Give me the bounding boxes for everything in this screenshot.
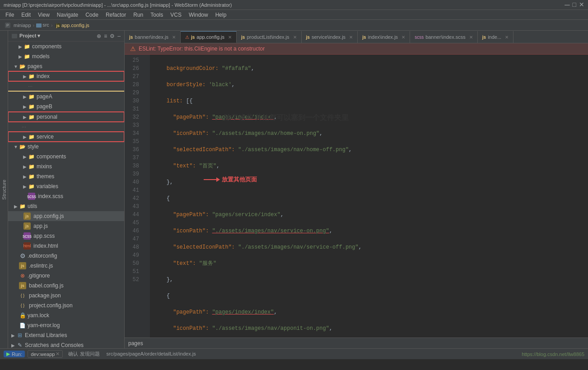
tree-item-index-html[interactable]: html index.html xyxy=(8,241,124,251)
tree-item-service[interactable]: ▶ 📁 service xyxy=(8,132,124,142)
tree-item-yarn-error[interactable]: 📄 yarn-error.log xyxy=(8,320,124,330)
menu-code[interactable]: Code xyxy=(82,11,102,19)
label-style-components: components xyxy=(37,153,66,160)
tab-js-icon-7: js xyxy=(482,35,486,40)
tree-item-style-components[interactable]: ▶ 📁 components xyxy=(8,152,124,162)
menu-view[interactable]: View xyxy=(34,11,53,19)
tree-item-style-index-scss[interactable]: scss index.scss xyxy=(8,191,124,201)
status-left: ▶ Run: dev:weapp ✕ xyxy=(4,350,63,358)
code-content[interactable]: backgroundColor: "#fafafa", borderStyle:… xyxy=(150,55,588,338)
tree-item-app-scss[interactable]: scss app.scss xyxy=(8,231,124,241)
label-yarn-lock: yarn.lock xyxy=(28,312,49,319)
json-icon-package: { } xyxy=(19,292,26,299)
tree-item-babel-config[interactable]: js babel.config.js xyxy=(8,281,124,291)
tree-item-yarn-lock[interactable]: 🔒 yarn.lock xyxy=(8,310,124,320)
tab-close-5[interactable]: ✕ xyxy=(401,35,405,40)
tab-productlist-index-js[interactable]: js productList\index.js ✕ xyxy=(237,31,302,43)
arrow-pageA: ▶ xyxy=(22,94,28,99)
sidebar-actions: ⊕ ≡ ⚙ – xyxy=(97,33,121,39)
code-editor[interactable]: 2526272829 3031323334 3536373839 4041424… xyxy=(125,55,588,338)
tab-label-6: banner\index.scss xyxy=(425,34,466,40)
tree-item-pageA[interactable]: ▶ 📁 pageA xyxy=(8,92,124,102)
status-confirm-text: 确认 发现问题 xyxy=(68,351,99,356)
tree-item-project-config-json[interactable]: { } project.config.json xyxy=(8,301,124,310)
minimize-btn[interactable]: ─ xyxy=(565,1,569,9)
tab-close-3[interactable]: ✕ xyxy=(293,35,297,40)
menu-tools[interactable]: Tools xyxy=(147,11,167,19)
tree-item-style-themes[interactable]: ▶ 📁 themes xyxy=(8,171,124,181)
tree-item-eslintrc[interactable]: js .eslintrc.js xyxy=(8,261,124,271)
menu-navigate[interactable]: Navigate xyxy=(53,11,82,19)
tab-close-2[interactable]: ✕ xyxy=(228,35,232,40)
tree-item-style[interactable]: ▼ 📂 style xyxy=(8,142,124,152)
tree-item-gitignore[interactable]: ⊗ .gitignore xyxy=(8,271,124,281)
tab-service-index-js[interactable]: js service\index.js ✕ xyxy=(302,31,358,43)
tree-item-models[interactable]: ▶ 📁 models xyxy=(8,51,124,61)
dev-weapp-close[interactable]: ✕ xyxy=(56,351,60,357)
tab-close-6[interactable]: ✕ xyxy=(469,35,473,40)
sidebar-action-gear[interactable]: ⚙ xyxy=(110,33,115,39)
menu-refactor[interactable]: Refactor xyxy=(102,11,130,19)
menu-run[interactable]: Run xyxy=(130,11,147,19)
pages-pageA-pageB-group: ▶ 📁 pageA ▶ 📁 pageB xyxy=(8,92,124,111)
dev-weapp-label: dev:weapp xyxy=(31,352,55,357)
tree-item-pages-dots1[interactable]: ··· xyxy=(8,81,124,91)
tree-item-package-json[interactable]: { } package.json xyxy=(8,291,124,301)
menu-edit[interactable]: Edit xyxy=(18,11,34,19)
menu-window[interactable]: Window xyxy=(185,11,212,19)
tab-label-1: banner\index.js xyxy=(135,34,168,40)
lock-icon-yarn: 🔒 xyxy=(19,312,26,319)
folder-icon-style-components: 📁 xyxy=(28,153,35,160)
fold-gutter-34[interactable] xyxy=(143,128,150,136)
run-button[interactable]: ▶ Run: xyxy=(4,351,25,357)
tree-item-style-mixins[interactable]: ▶ 📁 mixins xyxy=(8,162,124,171)
folder-icon-style: 📂 xyxy=(19,143,26,150)
config-icon-editor: ⚙ xyxy=(19,252,26,259)
dev-weapp-tab[interactable]: dev:weapp ✕ xyxy=(28,350,63,358)
arrow-components: ▶ xyxy=(17,44,23,49)
tree-item-style-variables[interactable]: ▶ 📁 variables xyxy=(8,181,124,191)
sidebar-action-sync[interactable]: ⊕ xyxy=(97,33,101,39)
tree-item-scratches[interactable]: ▶ ✎ Scratches and Consoles xyxy=(8,340,124,348)
js-icon-babel: js xyxy=(19,282,26,289)
tree-item-dots2[interactable]: ··· xyxy=(8,122,124,132)
folder-icon-service: 📁 xyxy=(28,133,35,140)
tree-item-utils[interactable]: ▶ 📁 utils xyxy=(8,201,124,211)
maximize-btn[interactable]: □ xyxy=(573,1,576,9)
folder-icon-components: 📁 xyxy=(23,43,31,50)
breadcrumb-file[interactable]: jsapp.config.js xyxy=(55,23,89,28)
tree-item-pageB[interactable]: ▶ 📁 pageB xyxy=(8,102,124,111)
tab-close-1[interactable]: ✕ xyxy=(172,35,176,40)
tab-close-4[interactable]: ✕ xyxy=(349,35,353,40)
arrow-external-libraries: ▶ xyxy=(10,333,16,338)
tree-item-pages-index[interactable]: ▶ 📁 index xyxy=(8,71,124,81)
tree-item-pages[interactable]: ▼ 📂 pages xyxy=(8,61,124,71)
tree-item-personal[interactable]: ▶ 📁 personal xyxy=(8,112,124,122)
sidebar-action-hide[interactable]: – xyxy=(117,33,121,39)
structure-side-tab[interactable]: Structure xyxy=(0,31,8,348)
tab-banner-index-js[interactable]: js banner\index.js ✕ xyxy=(125,31,181,43)
label-pages: pages xyxy=(28,63,42,69)
menu-help[interactable]: Help xyxy=(212,11,230,19)
tab-index-index-js[interactable]: js index\index.js ✕ xyxy=(358,31,410,43)
tree-item-components[interactable]: ▶ 📁 components xyxy=(8,42,124,51)
close-btn[interactable]: ✕ xyxy=(579,1,584,9)
tab-scss-icon-1: scss xyxy=(415,35,424,40)
breadcrumb-src[interactable]: src xyxy=(36,22,49,28)
tab-inde-js[interactable]: js inde... ✕ xyxy=(478,31,513,43)
tree-item-editorconfig[interactable]: ⚙ .editorconfig xyxy=(8,251,124,261)
sidebar-action-collapse[interactable]: ≡ xyxy=(104,33,107,39)
tab-close-7[interactable]: ✕ xyxy=(505,35,509,40)
tab-app-config-js[interactable]: ⚠ js app.config.js ✕ xyxy=(181,31,237,43)
tree-item-app-config[interactable]: js app.config.js xyxy=(8,211,124,221)
tab-banner-index-scss[interactable]: scss banner\index.scss ✕ xyxy=(410,31,478,43)
status-path: src/pages/pageA/order/detailList/index.j… xyxy=(107,351,196,356)
menu-vcs[interactable]: VCS xyxy=(167,11,185,19)
status-right-link[interactable]: https://blog.csdn.net/llw8865 xyxy=(522,352,584,357)
breadcrumb-project[interactable]: miniapp xyxy=(14,23,31,28)
menu-file[interactable]: File xyxy=(2,11,18,19)
folder-icon-pageA: 📁 xyxy=(28,93,35,100)
tree-item-app-js[interactable]: js app.js xyxy=(8,221,124,231)
tree-item-external-libraries[interactable]: ▶ ⊞ External Libraries xyxy=(8,330,124,340)
label-pages-index: index xyxy=(37,73,50,79)
